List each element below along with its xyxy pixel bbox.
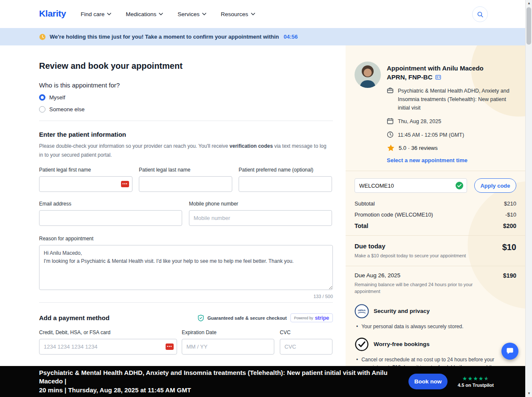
search-button[interactable] [472, 6, 488, 22]
expiry-input[interactable] [182, 339, 274, 355]
chevron-down-icon [251, 13, 255, 15]
password-manager-extension-icon[interactable]: ••• [166, 344, 174, 350]
reason-textarea[interactable]: Hi Anilu Macedo, I'm looking for a Psych… [39, 245, 333, 290]
radio-label: Myself [49, 94, 65, 101]
page-scrollbar[interactable]: ▲ ▼ [525, 0, 532, 397]
cvc-input[interactable] [280, 339, 332, 355]
phone-input[interactable] [189, 210, 332, 226]
provider-credentials: APRN, FNP-BC [387, 73, 433, 82]
last-name-label: Patient legal last name [139, 167, 232, 173]
booking-footer-bar: Psychiatric & Mental Health ADHD, Anxiet… [0, 366, 532, 397]
secure-checkout-badge: Guaranteed safe & secure checkout Powere… [198, 313, 333, 322]
promo-discount-value: -$10 [505, 211, 516, 218]
apply-code-button[interactable]: Apply code [474, 178, 516, 193]
scrollbar-up-arrow[interactable]: ▲ [526, 0, 532, 7]
password-manager-extension-icon[interactable]: ••• [121, 181, 129, 187]
desc-text: Please double-check your information so … [39, 143, 230, 149]
preferred-name-label: Patient preferred name (optional) [239, 167, 332, 173]
promo-code-input[interactable] [355, 178, 467, 193]
total-row: Total $200 [355, 222, 516, 229]
subtotal-value: $210 [504, 200, 516, 207]
provider-photo [355, 62, 381, 88]
stripe-prefix: Powered by [294, 316, 313, 320]
radio-option-someone-else[interactable]: Someone else [39, 106, 333, 113]
worry-free-heading: Worry-free bookings [374, 341, 430, 347]
nav-label: Services [177, 11, 200, 17]
id-badge-icon [435, 74, 441, 80]
promo-valid-check-icon [456, 182, 463, 189]
security-bullet-text: Your personal data is always securely st… [361, 323, 463, 330]
sidebar-divider [346, 171, 525, 171]
worry-free-bullet-1: • Cancel or reschedule at no cost up to … [355, 356, 516, 366]
star-icon [387, 144, 395, 152]
radio-label: Someone else [49, 106, 84, 113]
total-label: Total [355, 222, 368, 229]
secure-checkout-text: Guaranteed safe & secure checkout [207, 315, 287, 321]
first-name-label: Patient legal first name [39, 167, 132, 173]
preferred-name-input[interactable] [239, 176, 332, 192]
email-input[interactable] [39, 210, 182, 226]
time-row: 11:45 AM - 12:05 PM (GMT) [387, 131, 516, 139]
nav-item-resources[interactable]: Resources [221, 11, 255, 17]
radio-selected-icon[interactable] [39, 94, 45, 101]
who-for-heading: Who is this appointment for? [39, 82, 333, 89]
checkmark-badge-icon [355, 337, 369, 352]
klarity-logo[interactable]: Klarity [39, 8, 66, 19]
main-nav: Find care Medications Services Resources [81, 0, 255, 28]
select-new-time-link[interactable]: Select a new appointment time [387, 157, 516, 163]
scrollbar-down-arrow[interactable]: ▼ [526, 390, 532, 397]
date-row: Thu, Aug 28, 2025 [387, 117, 516, 126]
bullet-dot: • [356, 323, 358, 330]
service-text: Psychiatric & Mental Health ADHD, Anxiet… [398, 87, 516, 112]
trustpilot-text: 4.5 on Trustpilot [458, 383, 494, 388]
book-now-button[interactable]: Book now [408, 374, 448, 389]
banner-countdown: 04:56 [284, 34, 298, 40]
section-divider [39, 302, 333, 303]
expiry-label: Expiration Date [182, 329, 274, 335]
total-value: $200 [503, 222, 516, 229]
card-number-input[interactable] [39, 339, 177, 355]
trustpilot-rating: ★★★★★ 4.5 on Trustpilot [458, 376, 494, 388]
radio-option-myself[interactable]: Myself [39, 94, 333, 101]
promo-discount-row: Promotion code (WELCOME10) -$10 [355, 211, 516, 218]
search-icon [477, 11, 484, 18]
hold-timer-banner: We're holding this time just for you! Ta… [0, 28, 532, 45]
subtotal-row: Subtotal $210 [355, 200, 516, 207]
rating-row: 5.0 · 36 reviews [387, 144, 516, 152]
clock-emoji-icon [39, 34, 46, 40]
trustpilot-stars-icon: ★★★★★ [458, 376, 494, 381]
radio-unselected-icon[interactable] [39, 106, 45, 113]
hipaa-badge-icon: HIPAA [355, 304, 369, 318]
sidebar-divider [346, 235, 525, 236]
nav-label: Find care [81, 11, 104, 17]
nav-item-services[interactable]: Services [177, 11, 206, 17]
due-later-value: $190 [503, 272, 516, 279]
last-name-input[interactable] [139, 176, 232, 192]
footer-summary: Psychiatric & Mental Health ADHD, Anxiet… [39, 369, 401, 394]
bullet-dot: • [356, 356, 358, 366]
first-name-input[interactable] [39, 176, 132, 192]
time-text: 11:45 AM - 12:05 PM (GMT) [398, 131, 464, 139]
appointment-title: Appointment with Anilu Macedo APRN, FNP-… [387, 64, 516, 82]
desc-bold-text: verification codes [230, 143, 273, 149]
worry-free-section: Worry-free bookings • Cancel or reschedu… [355, 337, 516, 366]
phone-label: Mobile phone number [189, 201, 332, 207]
chevron-down-icon [107, 13, 111, 15]
calendar-icon [387, 118, 394, 124]
banner-text: We're holding this time just for you! Ta… [50, 34, 279, 40]
scrollbar-thumb[interactable] [526, 7, 531, 45]
reason-label: Reason for appointment [39, 236, 333, 242]
footer-summary-line1: Psychiatric & Mental Health ADHD, Anxiet… [39, 369, 401, 386]
briefcase-icon [387, 87, 394, 94]
date-text: Thu, Aug 28, 2025 [398, 117, 441, 126]
appointment-summary-panel: Appointment with Anilu Macedo APRN, FNP-… [346, 45, 525, 366]
promo-discount-label: Promotion code (WELCOME10) [355, 211, 433, 218]
chat-launcher-button[interactable] [501, 343, 518, 360]
due-later-note: Remaining balance will be charged 24 hou… [355, 282, 484, 295]
shield-icon [198, 315, 204, 321]
nav-item-medications[interactable]: Medications [126, 11, 163, 17]
stripe-logo: stripe [315, 315, 329, 321]
top-navbar: Klarity Find care Medications Services R… [0, 0, 532, 28]
nav-item-find-care[interactable]: Find care [81, 11, 111, 17]
appointment-title-line1: Appointment with Anilu Macedo [387, 64, 516, 73]
